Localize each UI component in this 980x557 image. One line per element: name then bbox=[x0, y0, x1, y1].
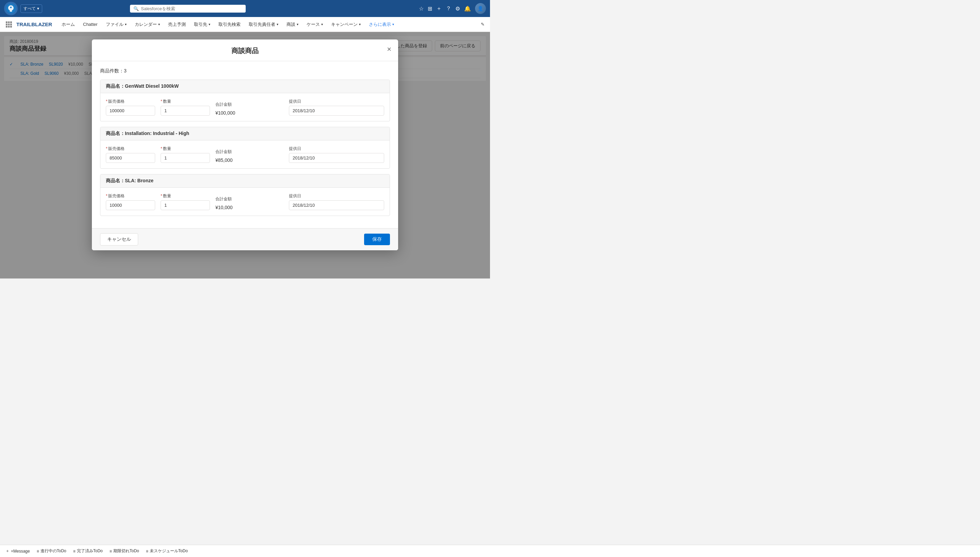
brand-name: TRAILBLAZER bbox=[16, 21, 52, 27]
date-input-2[interactable] bbox=[289, 153, 384, 163]
gear-icon[interactable]: ⚙ bbox=[455, 5, 460, 12]
grid-icon[interactable]: ⊞ bbox=[428, 5, 432, 12]
chevron-down-icon: ▾ bbox=[297, 23, 299, 26]
bell-icon[interactable]: 🔔 bbox=[464, 5, 471, 12]
page-background: 商談: 20180619 商談商品登録 選択した商品を登録 前のページに戻る ✓… bbox=[0, 32, 490, 278]
nav-contacts[interactable]: 取引先責任者▾ bbox=[245, 17, 283, 32]
user-avatar[interactable]: 👤 bbox=[475, 3, 486, 14]
modal-body: 商品件数：3 商品名：GenWatt Diesel 1000kW *販売価格 *… bbox=[92, 61, 398, 228]
sales-price-input-2[interactable] bbox=[106, 153, 155, 163]
quantity-field-2: *数量 bbox=[161, 146, 210, 163]
svg-rect-2 bbox=[6, 21, 8, 23]
date-field-3: 提供日 bbox=[289, 193, 384, 210]
product-section-1: 商品名：GenWatt Diesel 1000kW *販売価格 *数量 合計金額… bbox=[100, 80, 390, 121]
cancel-button[interactable]: キャンセル bbox=[100, 233, 138, 246]
help-icon[interactable]: ？ bbox=[446, 5, 451, 12]
nav-files[interactable]: ファイル▾ bbox=[102, 17, 131, 32]
nav-forecast[interactable]: 売上予測 bbox=[164, 17, 190, 32]
product-section-2: 商品名：Installation: Industrial - High *販売価… bbox=[100, 127, 390, 169]
chevron-down-icon: ▾ bbox=[125, 23, 127, 26]
close-button[interactable]: × bbox=[387, 45, 391, 54]
total-field-3: 合計金額 ¥10,000 bbox=[216, 196, 283, 210]
nav-opportunities[interactable]: 商談▾ bbox=[283, 17, 302, 32]
total-field-1: 合計金額 ¥100,000 bbox=[216, 102, 283, 116]
chevron-down-icon: ▾ bbox=[158, 23, 160, 26]
quantity-input-1[interactable] bbox=[161, 106, 210, 116]
total-value-3: ¥10,000 bbox=[216, 204, 283, 210]
quantity-field-1: *数量 bbox=[161, 99, 210, 116]
global-search-bar[interactable]: 🔍 bbox=[130, 5, 246, 13]
search-input[interactable] bbox=[141, 6, 229, 11]
nav-accounts[interactable]: 取引先▾ bbox=[190, 17, 214, 32]
nav-calendar[interactable]: カレンダー▾ bbox=[131, 17, 164, 32]
sales-price-input-3[interactable] bbox=[106, 200, 155, 210]
chevron-down-icon: ▾ bbox=[359, 23, 361, 26]
search-icon: 🔍 bbox=[133, 6, 139, 11]
date-field-1: 提供日 bbox=[289, 99, 384, 116]
chevron-down-icon: ▾ bbox=[209, 23, 210, 26]
modal-header: 商談商品 × bbox=[92, 39, 398, 61]
quantity-input-3[interactable] bbox=[161, 200, 210, 210]
nav-cases[interactable]: ケース▾ bbox=[302, 17, 327, 32]
chevron-down-icon: ▾ bbox=[392, 23, 394, 26]
sales-price-field-2: *販売価格 bbox=[106, 146, 155, 163]
chevron-down-icon: ▾ bbox=[277, 23, 278, 26]
sales-price-field-3: *販売価格 bbox=[106, 193, 155, 210]
quantity-field-3: *数量 bbox=[161, 193, 210, 210]
svg-rect-5 bbox=[6, 23, 8, 25]
nav-more[interactable]: さらに表示▾ bbox=[365, 17, 398, 32]
svg-rect-7 bbox=[10, 23, 12, 25]
chevron-down-icon: ▾ bbox=[321, 23, 323, 26]
date-input-1[interactable] bbox=[289, 106, 384, 116]
top-navigation-bar: すべて ▾ 🔍 ☆ ⊞ ＋ ？ ⚙ 🔔 👤 bbox=[0, 0, 490, 17]
product-section-3: 商品名：SLA: Bronze *販売価格 *数量 合計金額 ¥10,000 bbox=[100, 174, 390, 216]
product-fields-1: *販売価格 *数量 合計金額 ¥100,000 提供日 bbox=[100, 93, 390, 121]
nav-account-search[interactable]: 取引先検索 bbox=[214, 17, 245, 32]
svg-rect-8 bbox=[6, 26, 8, 28]
date-field-2: 提供日 bbox=[289, 146, 384, 163]
product-name-3: 商品名：SLA: Bronze bbox=[100, 174, 390, 188]
sales-price-field-1: *販売価格 bbox=[106, 99, 155, 116]
product-fields-3: *販売価格 *数量 合計金額 ¥10,000 提供日 bbox=[100, 188, 390, 216]
product-name-2: 商品名：Installation: Industrial - High bbox=[100, 127, 390, 140]
svg-rect-3 bbox=[8, 21, 10, 23]
nav-home[interactable]: ホーム bbox=[57, 17, 79, 32]
search-scope-dropdown[interactable]: すべて ▾ bbox=[20, 5, 42, 13]
product-name-1: 商品名：GenWatt Diesel 1000kW bbox=[100, 80, 390, 93]
opportunity-products-modal: 商談商品 × 商品件数：3 商品名：GenWatt Diesel 1000kW … bbox=[92, 39, 398, 250]
modal-title: 商談商品 bbox=[100, 46, 390, 55]
nav-campaigns[interactable]: キャンペーン▾ bbox=[327, 17, 365, 32]
svg-rect-10 bbox=[10, 26, 12, 28]
modal-footer: キャンセル 保存 bbox=[92, 228, 398, 250]
top-bar-icons: ☆ ⊞ ＋ ？ ⚙ 🔔 👤 bbox=[419, 3, 486, 14]
total-value-1: ¥100,000 bbox=[216, 109, 283, 116]
total-field-2: 合計金額 ¥85,000 bbox=[216, 149, 283, 163]
apps-grid-icon[interactable] bbox=[3, 17, 15, 32]
svg-rect-6 bbox=[8, 23, 10, 25]
nav-chatter[interactable]: Chatter bbox=[79, 17, 102, 32]
svg-point-1 bbox=[10, 7, 12, 8]
svg-rect-9 bbox=[8, 26, 10, 28]
sales-price-input-1[interactable] bbox=[106, 106, 155, 116]
save-button[interactable]: 保存 bbox=[364, 234, 390, 245]
star-icon[interactable]: ☆ bbox=[419, 5, 424, 12]
edit-nav-icon[interactable]: ✎ bbox=[478, 22, 487, 27]
date-input-3[interactable] bbox=[289, 200, 384, 210]
main-navigation: TRAILBLAZER ホーム Chatter ファイル▾ カレンダー▾ 売上予… bbox=[0, 17, 490, 32]
app-logo[interactable] bbox=[4, 2, 18, 15]
product-fields-2: *販売価格 *数量 合計金額 ¥85,000 提供日 bbox=[100, 140, 390, 168]
item-count-label: 商品件数：3 bbox=[100, 68, 390, 74]
svg-rect-4 bbox=[10, 21, 12, 23]
plus-icon[interactable]: ＋ bbox=[436, 5, 442, 12]
total-value-2: ¥85,000 bbox=[216, 156, 283, 163]
quantity-input-2[interactable] bbox=[161, 153, 210, 163]
